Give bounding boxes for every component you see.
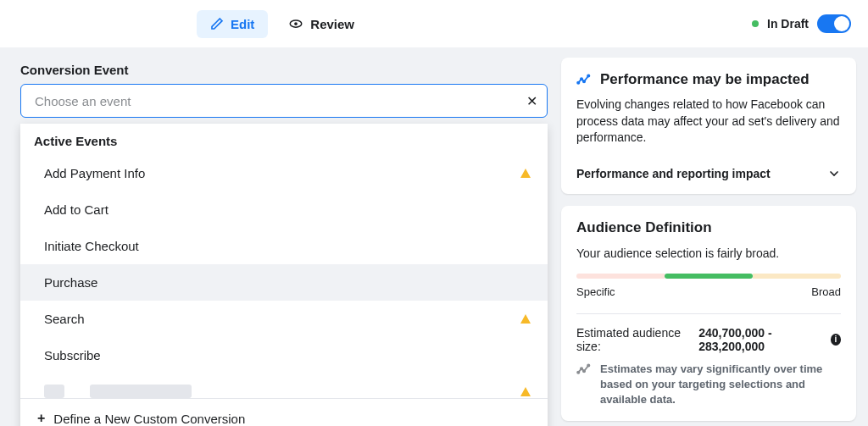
warning-icon <box>520 169 531 178</box>
dropdown-item-label: Subscribe <box>44 348 101 362</box>
warning-icon <box>520 387 531 396</box>
conversion-dropdown: Active Events Add Payment Info Add to Ca… <box>20 124 548 426</box>
left-column: Conversion Event ✕ Active Events Add Pay… <box>0 47 553 426</box>
estimate-note: Estimates may vary significantly over ti… <box>576 362 841 408</box>
divider <box>576 313 841 314</box>
audience-title: Audience Definition <box>576 219 841 236</box>
est-value: 240,700,000 - 283,200,000 <box>698 326 825 353</box>
audience-subtitle: Your audience selection is fairly broad. <box>576 246 841 260</box>
dropdown-item-label: Add Payment Info <box>44 166 145 180</box>
tab-label: Edit <box>231 17 254 31</box>
custom-conversion-label: Define a New Custom Conversion <box>53 412 245 426</box>
dropdown-item[interactable]: Add Payment Info <box>20 155 548 191</box>
top-bar: Edit Review In Draft <box>0 0 868 47</box>
conversion-select: ✕ <box>20 84 548 118</box>
top-right: In Draft <box>752 14 851 33</box>
estimated-size: Estimated audience size: 240,700,000 - 2… <box>576 326 841 353</box>
dropdown-item[interactable]: Initiate Checkout <box>20 228 548 264</box>
skeleton-icon <box>44 385 64 398</box>
info-icon[interactable]: i <box>831 334 841 346</box>
tab-edit[interactable]: Edit <box>197 10 268 38</box>
define-custom-conversion[interactable]: + Define a New Custom Conversion <box>20 398 548 426</box>
note-text: Estimates may vary significantly over ti… <box>600 362 841 408</box>
meter-label-broad: Broad <box>811 285 841 298</box>
performance-body: Evolving changes related to how Facebook… <box>576 97 841 147</box>
dropdown-item[interactable]: Search <box>20 301 548 337</box>
expand-label: Performance and reporting impact <box>576 167 771 180</box>
svg-point-9 <box>587 364 589 366</box>
warning-icon <box>520 314 531 324</box>
audience-meter <box>576 274 841 279</box>
dropdown-item-label: Initiate Checkout <box>44 239 139 253</box>
pencil-icon <box>210 17 224 30</box>
dropdown-scroll[interactable]: Active Events Add Payment Info Add to Ca… <box>20 124 548 398</box>
status-dot-icon <box>752 20 759 27</box>
meter-label-specific: Specific <box>576 285 615 298</box>
dropdown-item-label: Search <box>44 312 85 326</box>
publish-toggle[interactable] <box>817 14 851 33</box>
dropdown-item[interactable]: Add to Cart <box>20 191 548 228</box>
meter-labels: Specific Broad <box>576 285 841 298</box>
dropdown-item-label: Add to Cart <box>44 202 108 217</box>
svg-point-6 <box>577 371 579 373</box>
performance-expand[interactable]: Performance and reporting impact <box>576 158 841 180</box>
top-tabs: Edit Review <box>197 9 368 38</box>
tab-label: Review <box>310 17 354 31</box>
est-label: Estimated audience size: <box>576 326 693 353</box>
performance-card: Performance may be impacted Evolving cha… <box>561 58 856 194</box>
trend-icon <box>576 362 592 408</box>
conversion-label: Conversion Event <box>20 63 548 77</box>
dropdown-item[interactable]: Subscribe <box>20 337 548 373</box>
skeleton-label <box>90 385 192 398</box>
tab-review[interactable]: Review <box>275 9 368 38</box>
performance-title: Performance may be impacted <box>600 71 810 88</box>
dropdown-group-label: Active Events <box>20 124 548 155</box>
content: Conversion Event ✕ Active Events Add Pay… <box>0 47 868 426</box>
meter-broad <box>753 274 841 279</box>
eye-icon <box>288 16 303 31</box>
svg-point-3 <box>581 78 582 80</box>
clear-icon[interactable]: ✕ <box>526 93 537 109</box>
svg-point-1 <box>294 22 298 25</box>
svg-point-2 <box>577 82 579 84</box>
dropdown-item[interactable]: Purchase <box>20 264 548 301</box>
trend-icon <box>576 72 592 87</box>
dropdown-item-label: Purchase <box>44 275 97 290</box>
right-column: Performance may be impacted Evolving cha… <box>553 47 868 426</box>
svg-point-7 <box>581 368 582 369</box>
meter-specific <box>576 274 665 279</box>
meter-good <box>665 274 753 279</box>
svg-point-5 <box>587 75 589 76</box>
audience-card: Audience Definition Your audience select… <box>561 206 856 422</box>
conversion-input[interactable] <box>20 84 548 118</box>
plus-icon: + <box>37 411 45 426</box>
chevron-down-icon <box>827 167 841 180</box>
dropdown-item-loading[interactable] <box>20 373 548 398</box>
svg-point-4 <box>583 80 585 82</box>
performance-header: Performance may be impacted <box>576 71 841 88</box>
draft-status: In Draft <box>767 17 809 30</box>
svg-point-8 <box>583 370 585 372</box>
